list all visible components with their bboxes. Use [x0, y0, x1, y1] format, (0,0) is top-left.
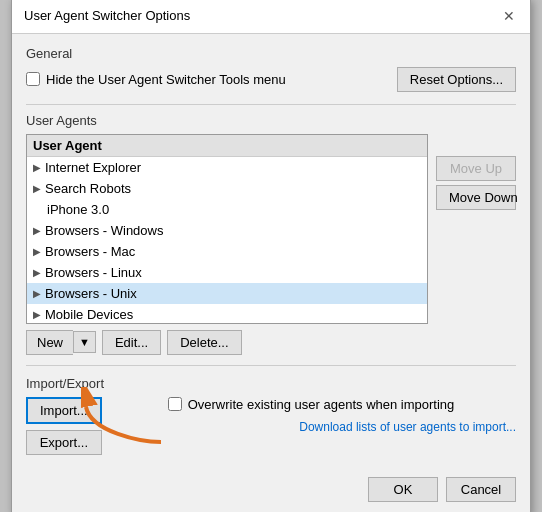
divider-1	[26, 104, 516, 105]
import-export-row: Import... Export...	[26, 397, 516, 455]
list-item-label: Search Robots	[45, 181, 131, 196]
side-buttons: Move Up Move Down	[436, 134, 516, 210]
arrow-icon: ▶	[33, 288, 41, 299]
user-agents-label: User Agents	[26, 113, 516, 128]
divider-2	[26, 365, 516, 366]
list-actions: New ▼ Edit... Delete...	[26, 330, 516, 355]
list-item-label: Browsers - Linux	[45, 265, 142, 280]
dialog-body: General Hide the User Agent Switcher Too…	[12, 34, 530, 467]
list-item[interactable]: ▶ Browsers - Mac	[27, 241, 427, 262]
list-item-label: Mobile Devices	[45, 307, 133, 322]
import-export-buttons: Import... Export...	[26, 397, 102, 455]
move-up-button[interactable]: Move Up	[436, 156, 516, 181]
list-item[interactable]: iPhone 3.0	[27, 199, 427, 220]
list-item[interactable]: ▶ Mobile Devices	[27, 304, 427, 324]
reset-options-button[interactable]: Reset Options...	[397, 67, 516, 92]
dialog-footer: OK Cancel	[12, 467, 530, 513]
list-item[interactable]: ▶ Internet Explorer	[27, 157, 427, 178]
user-agents-layout: User Agent ▶ Internet Explorer ▶ Search …	[26, 134, 516, 324]
new-button[interactable]: New	[26, 330, 73, 355]
dialog-title: User Agent Switcher Options	[24, 8, 190, 23]
list-item-label: Internet Explorer	[45, 160, 141, 175]
arrow-icon: ▶	[33, 183, 41, 194]
overwrite-checkbox[interactable]	[168, 397, 182, 411]
ok-button[interactable]: OK	[368, 477, 438, 502]
list-item-selected[interactable]: ▶ Browsers - Unix	[27, 283, 427, 304]
hide-menu-label: Hide the User Agent Switcher Tools menu	[46, 72, 286, 87]
arrow-icon: ▶	[33, 267, 41, 278]
close-button[interactable]: ✕	[500, 7, 518, 25]
delete-button[interactable]: Delete...	[167, 330, 241, 355]
list-header: User Agent	[27, 135, 427, 157]
general-row: Hide the User Agent Switcher Tools menu …	[26, 67, 516, 92]
download-link[interactable]: Download lists of user agents to import.…	[168, 420, 516, 434]
general-label: General	[26, 46, 516, 61]
hide-menu-checkbox[interactable]	[26, 72, 40, 86]
export-button[interactable]: Export...	[26, 430, 102, 455]
general-section: General Hide the User Agent Switcher Too…	[26, 46, 516, 92]
list-item-label: iPhone 3.0	[47, 202, 109, 217]
list-item-label: Browsers - Mac	[45, 244, 135, 259]
user-agents-list[interactable]: User Agent ▶ Internet Explorer ▶ Search …	[26, 134, 428, 324]
new-dropdown-button[interactable]: ▼	[73, 331, 96, 353]
cancel-button[interactable]: Cancel	[446, 477, 516, 502]
import-export-right: Overwrite existing user agents when impo…	[108, 397, 516, 434]
import-button[interactable]: Import...	[26, 397, 102, 424]
list-item[interactable]: ▶ Browsers - Linux	[27, 262, 427, 283]
hide-menu-row: Hide the User Agent Switcher Tools menu	[26, 72, 286, 87]
move-down-button[interactable]: Move Down	[436, 185, 516, 210]
import-export-label: Import/Export	[26, 376, 516, 391]
dialog-window: User Agent Switcher Options ✕ General Hi…	[11, 0, 531, 512]
list-item-label: Browsers - Unix	[45, 286, 137, 301]
user-agents-section: User Agents User Agent ▶ Internet Explor…	[26, 113, 516, 355]
import-button-wrapper: Import...	[26, 397, 102, 424]
import-export-section: Import/Export Import...	[26, 376, 516, 455]
arrow-icon: ▶	[33, 246, 41, 257]
edit-button[interactable]: Edit...	[102, 330, 161, 355]
arrow-icon: ▶	[33, 309, 41, 320]
overwrite-label: Overwrite existing user agents when impo…	[188, 397, 455, 412]
new-button-group: New ▼	[26, 330, 96, 355]
arrow-icon: ▶	[33, 225, 41, 236]
title-bar: User Agent Switcher Options ✕	[12, 0, 530, 34]
list-item[interactable]: ▶ Browsers - Windows	[27, 220, 427, 241]
arrow-icon: ▶	[33, 162, 41, 173]
list-item-label: Browsers - Windows	[45, 223, 163, 238]
list-item[interactable]: ▶ Search Robots	[27, 178, 427, 199]
overwrite-row: Overwrite existing user agents when impo…	[168, 397, 516, 412]
